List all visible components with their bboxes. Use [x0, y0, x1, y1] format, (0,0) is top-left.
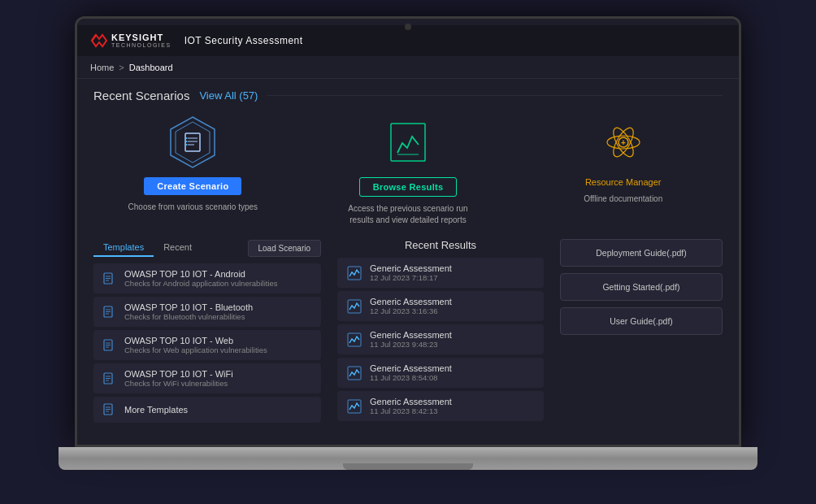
logo-keysight: KEYSIGHT — [111, 33, 171, 42]
template-text-1: OWASP TOP 10 IOT - Bluetooth Checks for … — [124, 302, 253, 321]
load-scenario-button[interactable]: Load Scenario — [248, 240, 322, 257]
middle-panel: Recent Results Generic Assessment 12 Jul… — [337, 239, 544, 435]
result-text-4: Generic Assessment 11 Jul 2023 8:42:13 — [370, 397, 452, 415]
result-name-3: Generic Assessment — [370, 363, 452, 373]
camera — [405, 24, 411, 30]
template-item[interactable]: OWASP TOP 10 IOT - Web Checks for Web ap… — [93, 330, 321, 360]
template-desc-1: Checks for Bluetooth vulnerabilities — [124, 312, 253, 321]
create-scenario-card: Create Scenario Choose from various scen… — [93, 114, 293, 226]
resource-manager-link[interactable]: Resource Manager — [585, 177, 662, 187]
main-content: Recent Scenarios View All (57) — [77, 79, 739, 445]
resource-icon-container: + — [595, 114, 652, 171]
tab-templates[interactable]: Templates — [93, 239, 154, 257]
app-title: IOT Security Assessment — [184, 35, 303, 46]
template-desc-2: Checks for Web application vulnerabiliti… — [124, 345, 267, 354]
template-text-2: OWASP TOP 10 IOT - Web Checks for Web ap… — [124, 336, 267, 354]
more-templates-item[interactable]: More Templates — [93, 397, 321, 423]
result-date-2: 11 Jul 2023 9:48:23 — [370, 340, 452, 349]
svg-point-8 — [186, 144, 188, 146]
result-text-3: Generic Assessment 11 Jul 2023 8:54:08 — [370, 363, 452, 382]
view-all-link[interactable]: View All (57) — [199, 89, 258, 102]
browse-results-button[interactable]: Browse Results — [359, 177, 458, 197]
result-item-2[interactable]: Generic Assessment 11 Jul 2023 9:48:23 — [337, 324, 544, 354]
left-panel: Templates Recent Load Scenario OWASP TOP — [93, 239, 321, 435]
logo-icon — [90, 33, 108, 48]
resource-manager-description: Offline documentation — [584, 193, 662, 205]
create-scenario-icon — [164, 114, 221, 171]
laptop-shell: KEYSIGHT TECHNOLOGIES IOT Security Asses… — [59, 16, 757, 488]
template-name-2: OWASP TOP 10 IOT - Web — [124, 336, 267, 345]
svg-marker-0 — [171, 117, 215, 167]
template-name-4: More Templates — [124, 405, 188, 415]
result-date-4: 11 Jul 2023 8:42:13 — [370, 406, 452, 415]
result-chart-icon-3 — [347, 366, 362, 380]
result-list: Generic Assessment 12 Jul 2023 7:18:17 — [337, 258, 544, 421]
section-title: Recent Scenarios — [93, 89, 189, 102]
template-text-4: More Templates — [124, 405, 188, 415]
template-name-3: OWASP TOP 10 IOT - WiFi — [124, 369, 233, 379]
template-name-1: OWASP TOP 10 IOT - Bluetooth — [124, 302, 253, 312]
bottom-section: Templates Recent Load Scenario OWASP TOP — [93, 239, 723, 435]
result-chart-icon-1 — [347, 299, 362, 314]
template-item[interactable]: OWASP TOP 10 IOT - Android Checks for An… — [93, 263, 321, 293]
svg-point-7 — [186, 141, 188, 142]
svg-rect-9 — [391, 124, 425, 161]
app-container: KEYSIGHT TECHNOLOGIES IOT Security Asses… — [77, 19, 739, 445]
template-doc-icon-0 — [102, 272, 116, 286]
result-date-0: 12 Jul 2023 7:18:17 — [370, 273, 452, 282]
template-item[interactable]: OWASP TOP 10 IOT - WiFi Checks for WiFi … — [93, 363, 321, 393]
template-doc-icon-2 — [102, 338, 116, 353]
svg-point-6 — [186, 137, 188, 139]
template-doc-icon-4 — [102, 402, 116, 417]
screen-bezel: KEYSIGHT TECHNOLOGIES IOT Security Asses… — [75, 16, 741, 447]
breadcrumb: Home > Dashboard — [77, 56, 739, 79]
result-date-1: 12 Jul 2023 3:16:36 — [370, 306, 452, 315]
resource-manager-icon: + — [595, 114, 652, 171]
result-chart-icon-2 — [347, 332, 362, 347]
logo-technologies: TECHNOLOGIES — [111, 42, 171, 48]
right-panel: Deployment Guide(.pdf) Getting Started(.… — [560, 239, 723, 435]
cards-row: Create Scenario Choose from various scen… — [93, 114, 723, 226]
result-name-1: Generic Assessment — [370, 297, 452, 306]
recent-results-title: Recent Results — [337, 239, 544, 251]
template-list: OWASP TOP 10 IOT - Android Checks for An… — [93, 263, 321, 423]
breadcrumb-current: Dashboard — [129, 63, 173, 72]
result-name-0: Generic Assessment — [370, 263, 452, 273]
result-text-1: Generic Assessment 12 Jul 2023 3:16:36 — [370, 297, 452, 315]
browse-icon-container — [380, 114, 436, 171]
result-item-1[interactable]: Generic Assessment 12 Jul 2023 3:16:36 — [337, 291, 544, 321]
header-divider — [267, 95, 723, 96]
section-header: Recent Scenarios View All (57) — [93, 89, 723, 102]
svg-rect-2 — [185, 133, 200, 151]
doc-button-0[interactable]: Deployment Guide(.pdf) — [560, 239, 723, 267]
result-item-4[interactable]: Generic Assessment 11 Jul 2023 8:42:13 — [337, 391, 544, 421]
browse-results-card: Browse Results Access the previous scena… — [309, 114, 508, 226]
template-doc-icon-1 — [102, 305, 116, 319]
resource-manager-card: + Resource Manager Offline documentation — [523, 114, 723, 226]
create-icon-container — [164, 114, 221, 171]
result-text-0: Generic Assessment 12 Jul 2023 7:18:17 — [370, 263, 452, 282]
breadcrumb-home[interactable]: Home — [90, 63, 114, 72]
result-text-2: Generic Assessment 11 Jul 2023 9:48:23 — [370, 330, 452, 349]
doc-button-2[interactable]: User Guide(.pdf) — [560, 307, 723, 335]
result-name-4: Generic Assessment — [370, 397, 452, 406]
template-name-0: OWASP TOP 10 IOT - Android — [124, 269, 278, 279]
template-desc-3: Checks for WiFi vulnerabilities — [124, 379, 233, 388]
browse-results-description: Access the previous scenario run results… — [343, 203, 473, 226]
template-item[interactable]: OWASP TOP 10 IOT - Bluetooth Checks for … — [93, 297, 321, 327]
create-scenario-button[interactable]: Create Scenario — [144, 177, 241, 195]
result-item-0[interactable]: Generic Assessment 12 Jul 2023 7:18:17 — [337, 258, 544, 288]
result-item-3[interactable]: Generic Assessment 11 Jul 2023 8:54:08 — [337, 358, 544, 388]
result-name-2: Generic Assessment — [370, 330, 452, 340]
logo-text: KEYSIGHT TECHNOLOGIES — [111, 33, 171, 48]
result-chart-icon-4 — [347, 399, 362, 414]
laptop-base — [59, 447, 757, 470]
template-desc-0: Checks for Android application vulnerabi… — [124, 279, 278, 288]
create-scenario-description: Choose from various scenario types — [128, 202, 258, 213]
result-chart-icon-0 — [347, 266, 362, 280]
doc-button-1[interactable]: Getting Started(.pdf) — [560, 273, 723, 301]
result-date-3: 11 Jul 2023 8:54:08 — [370, 373, 452, 382]
keysight-logo: KEYSIGHT TECHNOLOGIES — [90, 33, 171, 48]
svg-marker-1 — [176, 122, 210, 163]
tab-recent[interactable]: Recent — [154, 239, 202, 257]
